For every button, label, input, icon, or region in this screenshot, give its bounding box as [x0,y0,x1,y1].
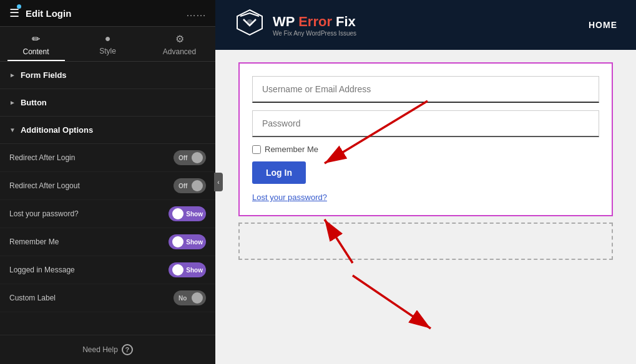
left-panel: ☰ Edit Login …… ✏ Content ● Style ⚙ Adva… [0,0,215,364]
lost-password-label: Lost your password? [9,209,79,218]
hamburger-icon[interactable]: ☰ [9,6,19,20]
option-remember-me: Remember Me Show [0,228,215,256]
logo-main: WP Error Fix [273,14,356,30]
panel-header: ☰ Edit Login …… [0,0,215,27]
additional-options-arrow: ▼ [9,127,16,133]
option-custom-label: Custom Label No [0,284,215,312]
redirect-after-login-label: Redirect After Login [9,153,75,162]
custom-label-toggle[interactable]: No [174,290,206,305]
right-panel: WP Error Fix We Fix Any WordPress Issues… [215,0,636,364]
panel-title: Edit Login [26,8,71,19]
panel-footer: Need Help ? [0,335,215,364]
main-content: Remember Me Log In Lost your password? [215,50,636,364]
nav-home[interactable]: HOME [589,20,617,30]
logo-area: WP Error Fix We Fix Any WordPress Issues [234,7,356,44]
login-button[interactable]: Log In [252,161,306,184]
password-input[interactable] [252,110,599,137]
logo-text: WP Error Fix We Fix Any WordPress Issues [273,14,356,37]
remember-me-checkbox[interactable] [252,145,261,154]
remember-me-toggle[interactable]: Show [169,234,206,249]
advanced-icon: ⚙ [175,33,184,45]
toggle-circle-5 [192,292,203,304]
toggle-circle-3 [172,236,183,247]
panel-content: ► Form Fields ► Button ▼ Additional Opti… [0,62,215,335]
form-fields-arrow: ► [9,72,16,79]
option-lost-password: Lost your password? Show [0,200,215,228]
redirect-after-logout-toggle[interactable]: Off [174,178,206,193]
remember-me-form-label: Remember Me [265,145,318,154]
svg-point-1 [247,19,253,26]
button-arrow: ► [9,99,16,106]
logo-sub: We Fix Any WordPress Issues [273,30,356,37]
toggle-show-text-3: Show [186,239,203,246]
tab-advanced-label: Advanced [163,47,196,56]
redirect-after-logout-label: Redirect After Logout [9,181,80,190]
username-input[interactable] [252,76,599,103]
collapse-handle[interactable]: ‹ [214,173,223,191]
section-form-fields[interactable]: ► Form Fields [0,62,215,89]
login-form-wrapper: Remember Me Log In Lost your password? [238,62,613,216]
tab-content[interactable]: ✏ Content [0,27,72,61]
top-nav: WP Error Fix We Fix Any WordPress Issues… [215,0,636,50]
section-button[interactable]: ► Button [0,89,215,117]
lost-password-toggle[interactable]: Show [169,206,206,221]
toggle-circle-1 [192,180,203,191]
toggle-circle-2 [172,208,183,219]
toggle-circle-4 [172,264,183,275]
tabs-bar: ✏ Content ● Style ⚙ Advanced [0,27,215,62]
tab-style[interactable]: ● Style [72,27,144,61]
option-redirect-after-login: Redirect After Login Off [0,144,215,172]
content-icon: ✏ [32,33,40,45]
form-fields-label: Form Fields [21,70,67,80]
toggle-no-text-5: No [179,295,187,302]
svg-line-7 [353,275,431,328]
custom-label-text: Custom Label [9,294,56,302]
additional-options-label: Additional Options [21,125,93,135]
section-additional-options: ▼ Additional Options Redirect After Logi… [0,117,215,312]
redirect-after-login-toggle[interactable]: Off [174,150,206,165]
remember-me-row: Remember Me [252,145,599,154]
toggle-show-text-4: Show [186,267,203,274]
remember-me-label: Remember Me [9,237,59,246]
tab-advanced[interactable]: ⚙ Advanced [144,27,215,61]
help-icon[interactable]: ? [122,344,133,355]
tab-content-label: Content [22,47,49,56]
header-left: ☰ Edit Login [9,6,71,20]
toggle-circle-0 [192,152,203,163]
notification-dot [17,4,21,9]
additional-options-header[interactable]: ▼ Additional Options [0,117,215,144]
tab-style-label: Style [99,47,116,55]
dashed-placeholder-box [238,223,613,260]
toggle-off-text-0: Off [179,155,187,161]
button-label: Button [21,98,47,107]
toggle-show-text-2: Show [186,211,203,218]
option-redirect-after-logout: Redirect After Logout Off [0,172,215,200]
style-icon: ● [105,33,111,44]
need-help-text: Need Help [82,345,118,354]
logo-icon [234,7,265,44]
toggle-off-text-1: Off [179,183,187,189]
option-logged-in-message: Logged in Message Show [0,256,215,284]
logged-in-message-toggle[interactable]: Show [169,262,206,277]
logged-in-message-label: Logged in Message [9,266,75,274]
lost-password-link[interactable]: Lost your password? [252,193,327,202]
grid-icon[interactable]: …… [186,7,206,19]
